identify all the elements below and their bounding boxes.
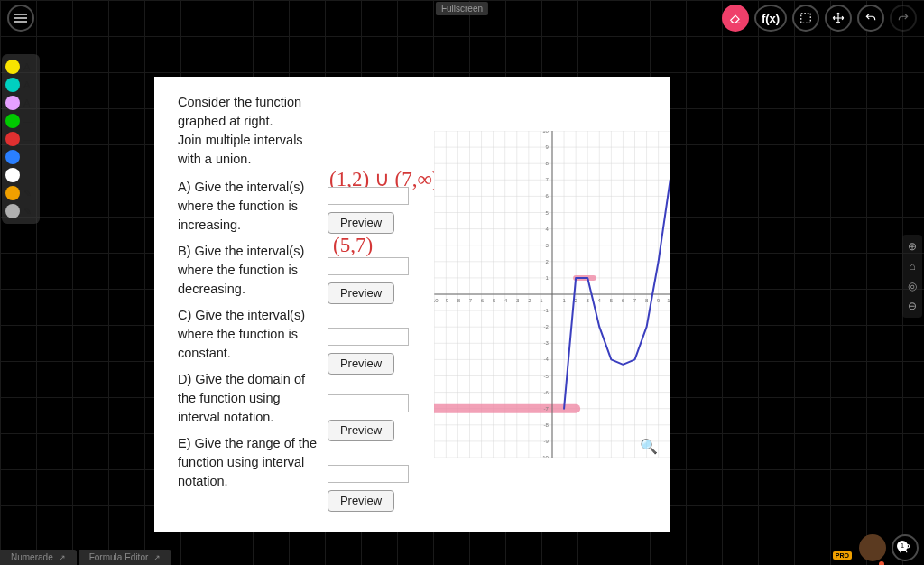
expand-icon: ↗ <box>153 553 161 562</box>
bottom-tab-bar: Numerade↗Formula Editor↗ <box>0 550 171 565</box>
svg-text:-5: -5 <box>544 374 550 379</box>
answer-input-c[interactable] <box>328 328 409 346</box>
palette-label: — <box>23 116 33 126</box>
svg-text:-7: -7 <box>544 406 550 412</box>
svg-text:-3: -3 <box>544 340 550 346</box>
svg-text:-2: -2 <box>526 298 531 303</box>
zoom-in-icon[interactable]: ⊕ <box>908 240 917 253</box>
handwriting-answer-b: (5,7) <box>333 234 373 257</box>
redo-button[interactable] <box>890 5 917 32</box>
main-menu-button[interactable] <box>7 5 34 32</box>
hamburger-icon <box>14 12 27 24</box>
palette-color-0[interactable]: A <box>4 58 38 76</box>
preview-button-c[interactable]: Preview <box>328 353 394 375</box>
bottom-tab-0[interactable]: Numerade↗ <box>0 550 77 565</box>
question-b: B) Give the interval(s) where the functi… <box>178 242 322 299</box>
color-swatch-icon <box>5 204 20 218</box>
bottom-tab-1[interactable]: Formula Editor↗ <box>79 550 172 565</box>
answer-input-a[interactable] <box>328 187 409 205</box>
svg-text:-8: -8 <box>544 422 550 428</box>
preview-button-b[interactable]: Preview <box>328 282 394 304</box>
svg-text:-4: -4 <box>503 298 508 303</box>
svg-text:6: 6 <box>622 298 625 303</box>
preview-button-a[interactable]: Preview <box>328 212 394 234</box>
home-icon[interactable]: ⌂ <box>909 260 915 273</box>
user-count: 1 <box>897 541 908 551</box>
answer-slot-d: Preview <box>328 394 409 441</box>
answer-slot-b: Preview <box>328 257 409 304</box>
answer-input-b[interactable] <box>328 257 409 275</box>
palette-label: A <box>23 97 30 108</box>
fx-button[interactable]: f(x) <box>754 5 787 32</box>
answer-input-e[interactable] <box>328 465 409 483</box>
palette-label: ✎ <box>23 206 32 218</box>
answer-slot-a: Preview <box>328 187 409 234</box>
users-button[interactable]: 1 <box>892 534 919 561</box>
palette-color-4[interactable]: — <box>4 130 38 148</box>
palette-color-3[interactable]: — <box>4 112 38 130</box>
svg-text:1: 1 <box>562 298 566 303</box>
svg-text:-5: -5 <box>491 298 496 303</box>
right-tool-strip: ⊕ ⌂ ◎ ⊖ <box>902 235 922 318</box>
color-swatch-icon <box>5 186 20 200</box>
move-button[interactable] <box>825 5 852 32</box>
svg-text:8: 8 <box>645 298 649 303</box>
svg-text:-10: -10 <box>541 455 549 458</box>
palette-color-2[interactable]: A <box>4 94 38 112</box>
palette-color-7[interactable]: ✎ <box>4 184 38 202</box>
fullscreen-label[interactable]: Fullscreen <box>436 2 488 15</box>
svg-text:-7: -7 <box>467 298 473 303</box>
question-a: A) Give the interval(s) where the functi… <box>178 178 322 235</box>
avatar[interactable] <box>859 534 886 561</box>
svg-text:-10: -10 <box>434 298 439 303</box>
select-button[interactable] <box>792 5 819 32</box>
bottom-right-status: PRO 1 <box>859 534 919 561</box>
question-text-column: Consider the function graphed at right.J… <box>178 93 322 517</box>
target-icon[interactable]: ◎ <box>908 280 917 292</box>
notification-dot-icon <box>877 560 886 565</box>
answer-slot-e: Preview <box>328 465 409 512</box>
palette-color-6[interactable] <box>4 166 38 184</box>
palette-color-8[interactable]: ✎ <box>4 202 38 220</box>
zoom-out-icon[interactable]: ⊖ <box>908 300 917 312</box>
eraser-icon <box>729 12 742 24</box>
svg-text:9: 9 <box>657 298 661 303</box>
top-right-tools: f(x) <box>722 5 917 32</box>
preview-button-e[interactable]: Preview <box>328 490 394 512</box>
palette-label: ✎ <box>23 188 32 199</box>
expand-icon: ↗ <box>59 553 66 562</box>
svg-text:3: 3 <box>587 298 590 303</box>
palette-color-1[interactable]: A <box>4 76 38 94</box>
question-c: C) Give the interval(s) where the functi… <box>178 306 322 363</box>
function-graph: -10-9-8-7-6-5-4-3-2-112345678910-10-9-8-… <box>434 131 670 458</box>
svg-text:-6: -6 <box>544 390 550 395</box>
preview-button-d[interactable]: Preview <box>328 420 394 441</box>
question-d: D) Give the domain of the function using… <box>178 370 322 427</box>
svg-rect-0 <box>801 14 811 23</box>
answer-input-d[interactable] <box>328 394 409 412</box>
svg-text:-4: -4 <box>544 357 550 362</box>
move-icon <box>832 12 845 24</box>
palette-color-5[interactable] <box>4 148 38 166</box>
top-toolbar: Fullscreen f(x) <box>0 0 924 36</box>
eraser-button[interactable] <box>722 5 749 32</box>
svg-text:-3: -3 <box>514 298 520 303</box>
palette-label: A <box>23 79 30 90</box>
color-palette: AAA——✎✎ <box>2 54 40 224</box>
color-swatch-icon <box>5 168 20 182</box>
svg-text:-1: -1 <box>538 298 543 303</box>
palette-label: A <box>23 61 30 72</box>
magnify-icon[interactable]: 🔍 <box>640 438 658 526</box>
tab-label: Formula Editor <box>89 552 149 562</box>
svg-text:7: 7 <box>633 298 637 303</box>
answer-column: (1,2) ∪ (7,∞) (5,7) PreviewPreviewPrevie… <box>328 93 436 517</box>
color-swatch-icon <box>5 150 20 164</box>
undo-button[interactable] <box>857 5 884 32</box>
undo-icon <box>864 12 877 24</box>
pro-badge: PRO <box>833 551 852 560</box>
question-card: Consider the function graphed at right.J… <box>154 77 670 532</box>
svg-text:4: 4 <box>598 298 602 303</box>
color-swatch-icon <box>5 60 20 74</box>
svg-text:-9: -9 <box>544 439 550 444</box>
select-icon <box>799 12 812 24</box>
